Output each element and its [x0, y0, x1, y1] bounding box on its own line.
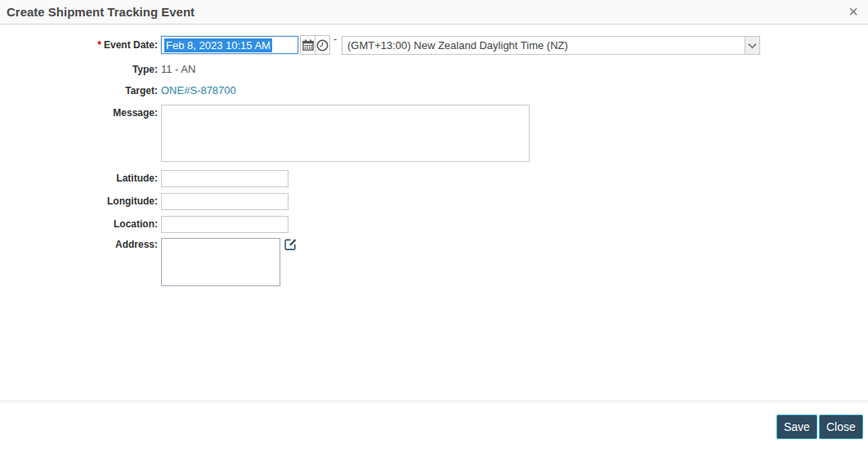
clock-icon: [316, 39, 329, 52]
event-date-label: *Event Date:: [0, 36, 158, 54]
longitude-label: Longitude:: [0, 193, 158, 210]
dialog-header: Create Shipment Tracking Event ×: [0, 0, 868, 25]
close-icon[interactable]: ×: [848, 0, 858, 24]
time-picker-button[interactable]: [315, 35, 330, 55]
message-textarea[interactable]: [161, 105, 530, 162]
target-label: Target:: [0, 84, 158, 97]
dialog-title: Create Shipment Tracking Event: [7, 0, 195, 24]
latitude-input[interactable]: [161, 170, 289, 187]
target-link[interactable]: ONE#S-878700: [161, 84, 236, 97]
footer-divider: [0, 401, 868, 401]
latitude-label: Latitude:: [0, 170, 158, 187]
edit-address-button[interactable]: [284, 237, 298, 251]
timezone-selected-value: (GMT+13:00) New Zealand Daylight Time (N…: [342, 39, 745, 52]
longitude-input[interactable]: [161, 193, 289, 210]
save-button[interactable]: Save: [776, 415, 817, 439]
date-timezone-separator: -: [333, 33, 337, 45]
required-marker: *: [97, 39, 101, 51]
event-date-label-text: Event Date:: [104, 39, 158, 51]
create-shipment-tracking-event-dialog: Create Shipment Tracking Event × *Event …: [0, 0, 868, 453]
event-date-value: Feb 8, 2023 10:15 AM: [164, 38, 272, 52]
chevron-down-icon: [745, 37, 759, 54]
location-label: Location:: [0, 216, 158, 233]
address-textarea[interactable]: [161, 238, 280, 286]
timezone-select[interactable]: (GMT+13:00) New Zealand Daylight Time (N…: [342, 36, 760, 55]
type-value: 11 - AN: [161, 63, 195, 76]
location-input[interactable]: [161, 216, 289, 233]
type-label: Type:: [0, 63, 158, 76]
edit-icon: [284, 237, 298, 251]
address-label: Address:: [0, 239, 158, 251]
calendar-picker-button[interactable]: [300, 35, 315, 55]
close-button[interactable]: Close: [819, 415, 863, 439]
message-label: Message:: [0, 107, 158, 119]
event-date-input[interactable]: Feb 8, 2023 10:15 AM: [161, 36, 298, 54]
calendar-icon: [302, 39, 314, 51]
